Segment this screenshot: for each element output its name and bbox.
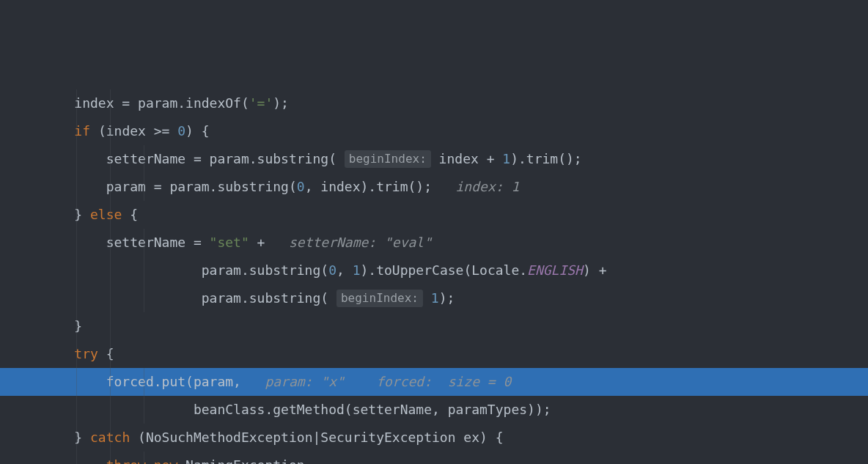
- keyword: else: [90, 201, 122, 229]
- code-text: }: [43, 201, 90, 229]
- number-literal: 0: [328, 257, 336, 284]
- line-8[interactable]: param.substring( beginIndex: 1);: [0, 284, 868, 312]
- code-text: [43, 117, 74, 145]
- keyword: throw new: [106, 452, 178, 464]
- line-9[interactable]: }: [0, 312, 868, 340]
- code-text: [423, 284, 431, 312]
- inline-value: index: 1: [456, 173, 520, 201]
- indent-guide: [110, 312, 111, 340]
- code-text: +: [249, 229, 289, 257]
- code-text: index +: [431, 145, 503, 173]
- keyword: if: [74, 117, 90, 145]
- string-literal: "set": [210, 229, 249, 257]
- line-12[interactable]: beanClass.getMethod(setterName, paramTyp…: [0, 396, 868, 424]
- code-text: {: [98, 340, 114, 368]
- line-4[interactable]: param = param.substring(0, index).trim()…: [0, 173, 868, 201]
- code-text: param = param.substring(: [43, 173, 297, 201]
- number-literal: 0: [297, 173, 305, 201]
- keyword: catch: [90, 424, 130, 452]
- keyword: try: [74, 340, 98, 368]
- code-text: index = param.indexOf(: [43, 89, 249, 117]
- line-7[interactable]: param.substring(0, 1).toUpperCase(Locale…: [0, 257, 868, 284]
- code-text: (NoSuchMethodException|SecurityException…: [130, 424, 503, 452]
- code-text: setterName =: [43, 229, 210, 257]
- code-text: ).trim();: [510, 145, 582, 173]
- code-text: ) +: [583, 257, 607, 284]
- inline-value: param: "x" forced: size = 0: [265, 368, 511, 396]
- code-text: beanClass.getMethod(setterName, paramTyp…: [43, 396, 551, 424]
- code-text: }: [43, 424, 90, 452]
- param-hint: beginIndex:: [336, 290, 423, 307]
- line-5[interactable]: } else {: [0, 201, 868, 229]
- number-literal: 0: [177, 117, 185, 145]
- code-text: {: [122, 201, 138, 229]
- code-text: param.substring(: [43, 257, 328, 284]
- code-text: [43, 340, 74, 368]
- line-2[interactable]: if (index >= 0) {: [0, 117, 868, 145]
- line-3[interactable]: setterName = param.substring( beginIndex…: [0, 145, 868, 173]
- code-text: ).toUpperCase(Locale.: [361, 257, 528, 284]
- code-text: (index >=: [90, 117, 177, 145]
- code-text: , index).trim();: [305, 173, 456, 201]
- code-text: forced.put(param,: [43, 368, 265, 396]
- line-1[interactable]: index = param.indexOf('=');: [0, 89, 868, 117]
- code-text: }: [43, 312, 82, 340]
- inline-value: setterName: "eval": [289, 229, 432, 257]
- number-literal: 1: [431, 284, 439, 312]
- code-text: );: [439, 284, 455, 312]
- code-text: ,: [336, 257, 353, 284]
- code-text: [43, 452, 106, 464]
- line-10[interactable]: try {: [0, 340, 868, 368]
- code-text: param.substring(: [43, 284, 336, 312]
- line-14[interactable]: throw new NamingException: [0, 452, 868, 464]
- string-literal: '=': [249, 89, 273, 117]
- code-text: NamingException: [177, 452, 304, 464]
- field-ref: ENGLISH: [527, 257, 583, 284]
- param-hint: beginIndex:: [345, 150, 431, 168]
- code-text: ) {: [185, 117, 210, 145]
- code-text: setterName = param.substring(: [43, 145, 345, 173]
- line-11-highlighted[interactable]: forced.put(param, param: "x" forced: siz…: [0, 368, 868, 396]
- line-6[interactable]: setterName = "set" + setterName: "eval": [0, 229, 868, 257]
- code-editor[interactable]: index = param.indexOf('='); if (index >=…: [0, 0, 868, 464]
- line-13[interactable]: } catch (NoSuchMethodException|SecurityE…: [0, 424, 868, 452]
- number-literal: 1: [353, 257, 361, 284]
- number-literal: 1: [502, 145, 510, 173]
- code-text: );: [273, 89, 289, 117]
